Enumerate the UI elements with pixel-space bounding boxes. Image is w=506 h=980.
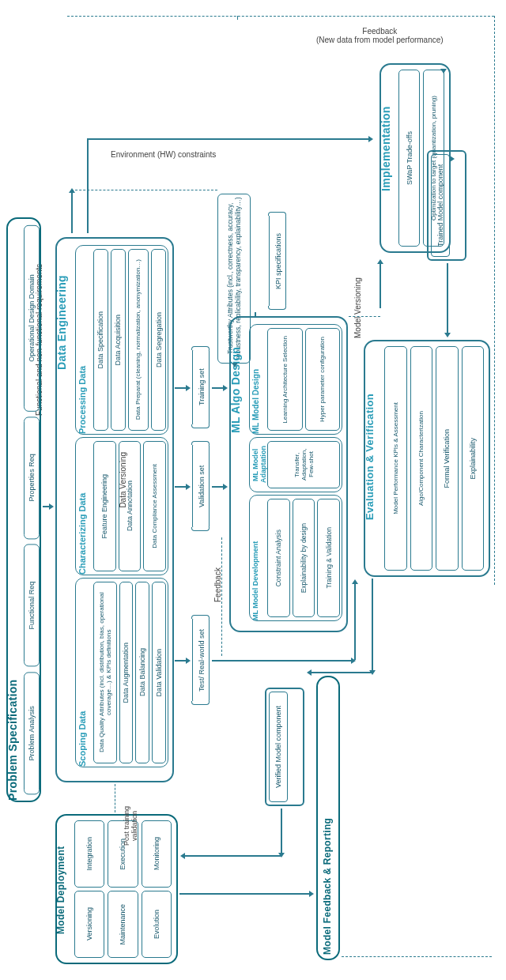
ml-train-val: Training & Validation (325, 527, 333, 589)
model-deployment-stage: Model Deployment Integration Execution M… (55, 814, 178, 964)
dash-top-h (67, 16, 494, 17)
trained-model-text: Trained Model component (431, 154, 450, 257)
arrow-dep-fb (179, 893, 312, 895)
kpi-specifications: KPI specifications (269, 213, 286, 308)
scoping-data-group: Scoping Data Data Quality Attributes (in… (75, 578, 168, 767)
ml-model-adapt-group: ML Model Adaptation Transfer, Adaptation… (249, 437, 342, 492)
dep-integration: Integration (85, 837, 93, 871)
impl-swap: SWaP Trade-offs (406, 131, 413, 185)
arrow-ps-de (43, 506, 52, 507)
evaluation-stage: Evaluation & Verification Model Performa… (364, 340, 490, 577)
arrow-verified-dep1 (281, 808, 282, 856)
proc-prep: Data Preparat (cleaning, normalization, … (134, 259, 142, 420)
arrow-de-up (71, 190, 73, 233)
training-set: Training set (192, 348, 210, 427)
eval-formal: Formal Verification (443, 429, 451, 488)
scope-bal: Data Balancing (138, 648, 146, 696)
arrow-eval-verified2 (308, 672, 372, 673)
char-feat: Feature Engineering (100, 474, 108, 539)
feedback-top-label: Feedback (New data from model performanc… (316, 27, 444, 44)
ml-model-dev-group: ML Model Development Constraint Analysis… (249, 495, 342, 621)
arrow-de-val (175, 486, 189, 488)
ml-model-design-group: ML Model Design Learning Architecture Se… (249, 324, 342, 435)
proc-spec: Data Specification (96, 311, 104, 369)
dummy3 (452, 158, 453, 160)
problem-specification-stage: Problem Specification Operational Design… (6, 217, 41, 802)
verified-model-box: Verified Model component (265, 688, 304, 806)
dep-monitoring: Monitoring (153, 837, 160, 870)
ml-constraint: Constraint Analysis (274, 530, 282, 586)
arrow-de-train (175, 387, 189, 389)
prob-spec-odd: Operational Design Domain (24, 225, 40, 412)
feedback-reporting-stage: Model Feedback & Reporting (316, 676, 340, 960)
dash-de-dep (115, 784, 115, 812)
dep-versioning: Versioning (85, 907, 93, 940)
eval-kpis: Model Performance KPIs & Assessment (392, 402, 399, 514)
verified-model-text: Verified Model component (269, 692, 288, 802)
arrow-test-eval (212, 660, 354, 662)
deploy-title: Model Deployment (55, 820, 66, 959)
arrow-env-v (87, 138, 89, 233)
data-engineering-stage: Data Engineering Processing Data Data Sp… (55, 237, 174, 782)
dashed-feedback (221, 537, 222, 656)
ml-arch-sel: Learning Architecture Selection (281, 336, 289, 424)
arrow-trained-eval (447, 263, 448, 336)
arrow-de-test (175, 660, 189, 662)
trained-model-box: Trained Model component (427, 150, 466, 261)
processing-data-group: Processing Data Data Specification Data … (75, 245, 168, 435)
dummy (234, 365, 235, 366)
prob-spec-properties: Properties Req (24, 416, 40, 539)
post-training-label: Post training validation (123, 790, 138, 861)
feedback-text: Feedback (316, 27, 444, 36)
char-title: Characterizing Data (77, 438, 87, 575)
feedback-reporting-title: Model Feedback & Reporting (322, 681, 333, 955)
dash-ml-impl (349, 316, 380, 317)
arrow-verified-dep2 (182, 855, 281, 857)
model-versioning-label: Model Versioning (353, 269, 362, 348)
arrow-env-impl (87, 138, 372, 140)
ml-explain: Explainability by design (300, 523, 308, 593)
data-eng-title: Data Engineering (55, 243, 68, 401)
ml-algo-design-stage: ML Algo Design ML Model Design Learning … (229, 316, 348, 632)
ml-dev-title: ML Model Development (251, 496, 259, 620)
scope-quality: Data Quality Attributes (incl. distribut… (98, 584, 112, 761)
processing-title: Processing Data (77, 246, 87, 434)
scoping-title: Scoping Data (77, 579, 87, 767)
env-constraints-label: Environment (HW) constraints (111, 150, 216, 159)
proc-acq: Data Acquisition (114, 315, 122, 366)
ml-algo-title: ML Algo Design (229, 322, 242, 457)
impl-title: Implementation (380, 70, 392, 228)
eval-title: Evaluation & Verification (364, 346, 376, 567)
dummy2 (443, 71, 444, 72)
prob-spec-functional: Functional Req (24, 544, 40, 666)
validation-set: Validation set (192, 443, 210, 530)
problem-spec-title: Problem Specification (6, 219, 19, 801)
dash-right-v (494, 16, 495, 585)
scope-aug: Data Augmentation (122, 643, 130, 703)
dash-de-trust (71, 190, 217, 190)
ml-hyper: Hyper parameter configuration (319, 337, 326, 422)
scope-val: Data Validation (155, 649, 163, 696)
arrow-val-ml (212, 486, 226, 488)
dep-maintenance: Maintenance (119, 904, 126, 945)
ml-design-title: ML Model Design (251, 325, 260, 434)
proc-seg: Data Segregation (155, 312, 163, 368)
prob-spec-analysis: Problem Analysis (24, 672, 40, 794)
ml-adapt-title: ML Model Adaptation (251, 438, 267, 492)
eval-explain: Explainability (469, 438, 477, 480)
data-versioning-label: Data Versioning (119, 450, 127, 508)
ml-transfer: Transfer, Adaptation, Few-shot (293, 443, 315, 486)
dep-evolution: Evolution (153, 910, 160, 939)
arrow-eval-verified1 (372, 579, 373, 673)
arrow-ml-impl (380, 261, 381, 308)
eval-char: Algo/Component Characterization (417, 411, 425, 506)
test-set: Test/ Real-world set (192, 616, 210, 703)
char-compl: Data Compliance Assessment (151, 464, 158, 548)
dash-bot-h (342, 956, 492, 957)
arrow-test-eval2 (354, 581, 356, 660)
arr-kpi-ml (255, 312, 256, 316)
arrow-train-ml (212, 387, 226, 389)
feedback-subtext: (New data from model performance) (316, 36, 444, 44)
